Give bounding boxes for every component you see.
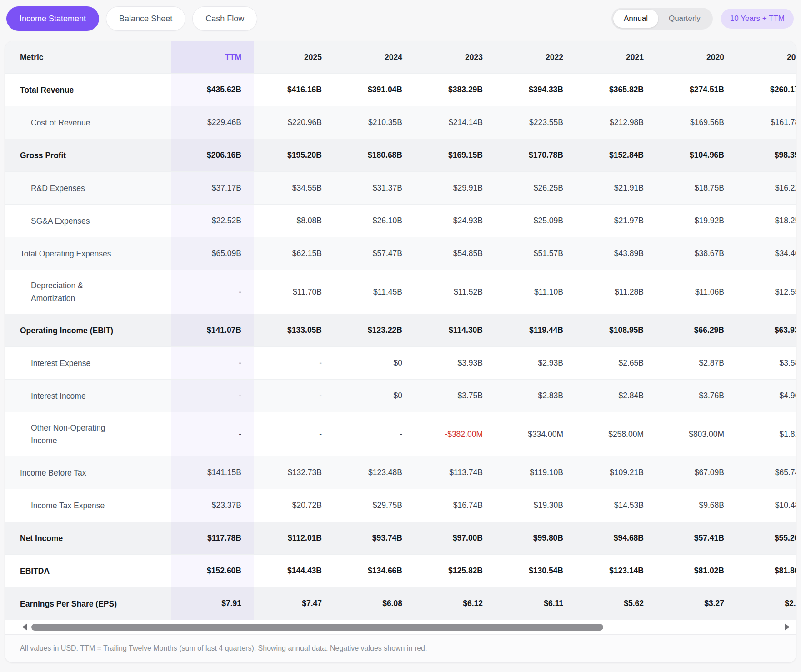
value-cell-ttm: $141.07B — [171, 314, 254, 346]
value-cell-2019: $65.74B — [737, 468, 796, 477]
value-cell-2023: $169.15B — [415, 150, 496, 160]
value-cell-2021: $5.62 — [576, 599, 656, 608]
value-cell-2020: $169.56B — [656, 118, 737, 127]
value-cell-2022: $51.57B — [496, 249, 576, 258]
toggle-option-quarterly[interactable]: Quarterly — [658, 10, 711, 28]
value-cell-2023: $3.93B — [415, 358, 496, 368]
value-cell-2019: $260.17B — [737, 85, 796, 95]
value-cell-2021: $11.28B — [576, 287, 656, 297]
metric-label: Total Revenue — [5, 74, 171, 106]
table-row-earnings-per-share-eps: Earnings Per Share (EPS)$7.91$7.47$6.08$… — [5, 587, 796, 620]
value-cell-ttm: - — [171, 412, 254, 456]
table-row-interest-income: Interest Income--$0$3.75B$2.83B$2.84B$3.… — [5, 379, 796, 412]
value-cell-2019: $3.58B — [737, 358, 796, 368]
value-cell-ttm: $435.62B — [171, 74, 254, 106]
metric-label: Income Before Tax — [5, 456, 171, 489]
value-cell-2022: $26.25B — [496, 183, 576, 193]
value-cell-ttm: $37.17B — [171, 172, 254, 204]
value-cell-ttm: $141.15B — [171, 456, 254, 489]
scrollbar-thumb[interactable] — [31, 624, 603, 631]
value-cell-ttm: $65.09B — [171, 237, 254, 270]
value-cell-2021: $21.91B — [576, 183, 656, 193]
value-cell-2020: $3.27 — [656, 599, 737, 608]
value-cell-2019: $34.46B — [737, 249, 796, 258]
value-cell-ttm: - — [171, 347, 254, 379]
range-badge: 10 Years + TTM — [721, 9, 794, 29]
table-row-depreciation-amortization: Depreciation & Amortization-$11.70B$11.4… — [5, 270, 796, 314]
column-header-2021: 2021 — [576, 53, 656, 62]
metric-label: SG&A Expenses — [5, 205, 171, 237]
value-cell-2025: $132.73B — [254, 468, 335, 477]
value-cell-2021: $152.84B — [576, 150, 656, 160]
tab-balance-sheet[interactable]: Balance Sheet — [106, 6, 185, 31]
value-cell-2024: $11.45B — [335, 287, 415, 297]
table-scroll-area: Metric TTM2025202420232022202120202019 T… — [5, 41, 796, 620]
value-cell-ttm: $22.52B — [171, 205, 254, 237]
value-cell-2023: $24.93B — [415, 216, 496, 226]
value-cell-2020: $38.67B — [656, 249, 737, 258]
value-cell-2023: $383.29B — [415, 85, 496, 95]
value-cell-2025: $112.01B — [254, 533, 335, 543]
value-cell-2019: $1.81B — [737, 430, 796, 439]
statement-tabs: Income StatementBalance SheetCash Flow — [6, 6, 257, 31]
tab-cash-flow[interactable]: Cash Flow — [192, 6, 257, 31]
table-row-gross-profit: Gross Profit$206.16B$195.20B$180.68B$169… — [5, 139, 796, 171]
value-cell-2023: $6.12 — [415, 599, 496, 608]
value-cell-2022: $119.44B — [496, 326, 576, 335]
value-cell-2025: $133.05B — [254, 326, 335, 335]
value-cell-2021: $43.89B — [576, 249, 656, 258]
toolbar: Income StatementBalance SheetCash Flow A… — [0, 0, 801, 33]
table-row-cost-of-revenue: Cost of Revenue$229.46B$220.96B$210.35B$… — [5, 106, 796, 139]
value-cell-2023: $114.30B — [415, 326, 496, 335]
metric-label: Operating Income (EBIT) — [5, 314, 171, 346]
column-header-ttm: TTM — [171, 41, 254, 73]
value-cell-2022: $99.80B — [496, 533, 576, 543]
scroll-right-icon[interactable] — [785, 623, 790, 631]
column-header-2025: 2025 — [254, 53, 335, 62]
table-row-income-tax-expense: Income Tax Expense$23.37B$20.72B$29.75B$… — [5, 489, 796, 522]
value-cell-2022: $2.83B — [496, 391, 576, 401]
value-cell-2025: $11.70B — [254, 287, 335, 297]
metric-label: Net Income — [5, 522, 171, 554]
tab-income-statement[interactable]: Income Statement — [6, 6, 99, 31]
value-cell-2021: $94.68B — [576, 533, 656, 543]
value-cell-2022: $170.78B — [496, 150, 576, 160]
value-cell-2019: $98.39B — [737, 150, 796, 160]
value-cell-2021: $14.53B — [576, 501, 656, 510]
value-cell-2021: $109.21B — [576, 468, 656, 477]
table-row-operating-income-ebit: Operating Income (EBIT)$141.07B$133.05B$… — [5, 314, 796, 346]
value-cell-2025: $195.20B — [254, 150, 335, 160]
value-cell-ttm: $152.60B — [171, 555, 254, 587]
value-cell-2019: $81.86B — [737, 566, 796, 576]
value-cell-2020: $66.29B — [656, 326, 737, 335]
financials-table-card: Metric TTM2025202420232022202120202019 T… — [5, 41, 796, 663]
column-header-2023: 2023 — [415, 53, 496, 62]
scroll-left-icon[interactable] — [22, 623, 27, 631]
value-cell-2020: $57.41B — [656, 533, 737, 543]
metric-label: Total Operating Expenses — [5, 237, 171, 270]
column-header-2020: 2020 — [656, 53, 737, 62]
value-cell-2024: $180.68B — [335, 150, 415, 160]
horizontal-scrollbar[interactable] — [5, 620, 796, 634]
value-cell-ttm: $7.91 — [171, 587, 254, 620]
column-header-metric: Metric — [5, 53, 171, 62]
value-cell-2021: $123.14B — [576, 566, 656, 576]
value-cell-2022: $130.54B — [496, 566, 576, 576]
value-cell-2023: $11.52B — [415, 287, 496, 297]
value-cell-2020: $2.87B — [656, 358, 737, 368]
toggle-option-annual[interactable]: Annual — [613, 10, 658, 28]
table-row-net-income: Net Income$117.78B$112.01B$93.74B$97.00B… — [5, 522, 796, 554]
value-cell-2025: $220.96B — [254, 118, 335, 127]
metric-label: Earnings Per Share (EPS) — [5, 587, 171, 620]
value-cell-2024: $31.37B — [335, 183, 415, 193]
value-cell-2022: $394.33B — [496, 85, 576, 95]
value-cell-ttm: $229.46B — [171, 106, 254, 139]
value-cell-2019: $10.48B — [737, 501, 796, 510]
value-cell-2024: - — [335, 430, 415, 439]
value-cell-2025: - — [254, 358, 335, 368]
value-cell-2020: $19.92B — [656, 216, 737, 226]
value-cell-2020: $104.96B — [656, 150, 737, 160]
value-cell-ttm: - — [171, 270, 254, 314]
value-cell-2024: $123.48B — [335, 468, 415, 477]
value-cell-2024: $29.75B — [335, 501, 415, 510]
